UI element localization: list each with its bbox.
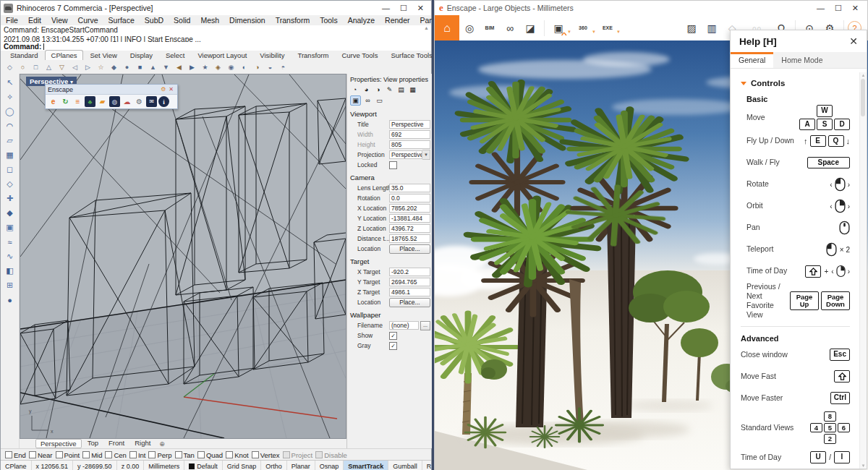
browse-button[interactable]: ... bbox=[420, 321, 430, 330]
palette-button-icon[interactable]: ≡ bbox=[72, 96, 83, 107]
viewport-tab[interactable]: Perspective bbox=[35, 439, 82, 448]
osnap-toggle[interactable]: Vertex bbox=[252, 451, 280, 459]
tool-icon[interactable]: ≈ bbox=[2, 235, 18, 249]
palette-button-icon[interactable]: i bbox=[158, 96, 169, 107]
properties-tab-icon[interactable]: ◑ bbox=[373, 85, 383, 94]
properties-tab-icon[interactable]: ◔ bbox=[350, 85, 359, 94]
properties-tab-icon[interactable]: ◕ bbox=[362, 85, 371, 94]
toolbar-icon[interactable]: ▽ bbox=[56, 61, 68, 73]
camera-place-button[interactable]: Place... bbox=[389, 244, 430, 254]
status-item[interactable]: Ortho bbox=[261, 461, 287, 470]
locked-checkbox[interactable] bbox=[389, 161, 397, 169]
toolbar-tab[interactable]: Select bbox=[159, 50, 191, 60]
toolbar-icon[interactable]: ◒ bbox=[264, 61, 276, 73]
menu-item[interactable]: Dimension bbox=[224, 16, 271, 25]
toolbar-icon[interactable]: ■ bbox=[134, 61, 146, 73]
perspective-viewport[interactable]: x y Perspective ▾ Enscape ⚙ ✕ e↻≡♣▰◍☁⚙✉i bbox=[20, 74, 346, 439]
osnap-toggle[interactable]: Knot bbox=[226, 451, 249, 459]
toolbar-icon[interactable]: ▼ bbox=[160, 61, 172, 73]
wallpaper-icon[interactable]: ▭ bbox=[375, 96, 384, 105]
status-item[interactable]: z 0.00 bbox=[117, 461, 145, 470]
projection-select[interactable]: Perspective bbox=[389, 150, 422, 159]
menu-item[interactable]: Render bbox=[380, 16, 414, 25]
lens-icon[interactable]: ∞ bbox=[363, 96, 373, 105]
toolbar-icon[interactable]: ◉ bbox=[225, 61, 237, 73]
x-location-field[interactable]: 7856.202 bbox=[389, 204, 430, 213]
tool-icon[interactable]: ↖ bbox=[2, 76, 18, 90]
osnap-toggle[interactable]: Point bbox=[56, 451, 80, 459]
tool-icon[interactable]: ◧ bbox=[2, 264, 18, 278]
tool-icon[interactable]: ◆ bbox=[2, 206, 18, 220]
status-item[interactable]: y -28699.50 bbox=[73, 461, 117, 470]
viewport-width-field[interactable]: 692 bbox=[389, 130, 430, 139]
palette-button-icon[interactable]: e bbox=[48, 96, 59, 107]
menu-item[interactable]: Curve bbox=[73, 16, 103, 25]
minimize-icon[interactable]: — bbox=[382, 4, 390, 12]
viewport-tab[interactable]: Front bbox=[104, 439, 129, 448]
toolbar-icon[interactable]: ● bbox=[121, 61, 133, 73]
palette-button-icon[interactable]: ◍ bbox=[109, 96, 120, 107]
tab-home-mode[interactable]: Home Mode bbox=[773, 52, 830, 68]
view-properties-camera-icon[interactable]: ▣ bbox=[350, 95, 361, 106]
wallpaper-filename-field[interactable]: (none) bbox=[389, 321, 419, 330]
tool-icon[interactable]: ✚ bbox=[2, 192, 18, 205]
status-item[interactable]: Grid Snap bbox=[223, 461, 262, 470]
tool-icon[interactable]: ✧ bbox=[2, 90, 18, 104]
menu-item[interactable]: Transform bbox=[271, 16, 315, 25]
toolbar-tab[interactable]: Display bbox=[124, 50, 159, 60]
menu-item[interactable]: Tools bbox=[315, 16, 343, 25]
toolbar-icon[interactable]: ◐ bbox=[238, 61, 250, 73]
tool-icon[interactable]: ◻ bbox=[2, 163, 18, 176]
toolbar-icon[interactable]: ▷ bbox=[82, 61, 94, 73]
toolbar-icon[interactable]: ◇ bbox=[4, 61, 16, 73]
bim-information-icon[interactable]: BIM bbox=[480, 18, 500, 38]
standalone-export-icon[interactable]: EXE bbox=[597, 18, 618, 38]
status-item[interactable]: x 12056.51 bbox=[32, 461, 74, 470]
add-viewport-icon[interactable]: ⊕ bbox=[159, 440, 165, 448]
properties-tab-icon[interactable]: ▤ bbox=[396, 85, 406, 94]
status-item[interactable]: Planar bbox=[287, 461, 315, 470]
maximize-icon[interactable]: ☐ bbox=[835, 4, 842, 12]
toolbar-icon[interactable]: ▲ bbox=[147, 61, 159, 73]
palette-button-icon[interactable]: ▰ bbox=[97, 96, 108, 107]
tab-general[interactable]: General bbox=[731, 52, 773, 68]
toolbar-icon[interactable]: ★ bbox=[199, 61, 211, 73]
menu-item[interactable]: SubD bbox=[140, 16, 169, 25]
status-item[interactable]: SmartTrack bbox=[344, 461, 388, 470]
menu-item[interactable]: View bbox=[46, 16, 73, 25]
z-target-field[interactable]: 4986.1 bbox=[389, 288, 430, 296]
tool-icon[interactable]: ◇ bbox=[2, 177, 18, 191]
tool-icon[interactable]: ● bbox=[2, 293, 18, 307]
lens-length-field[interactable]: 35.0 bbox=[389, 184, 430, 192]
palette-button-icon[interactable]: ⚙ bbox=[134, 96, 145, 107]
toolbar-icon[interactable]: ◆ bbox=[108, 61, 120, 73]
viewport-height-field[interactable]: 805 bbox=[389, 140, 430, 149]
tool-icon[interactable]: ◯ bbox=[2, 105, 18, 119]
home-icon[interactable]: ⌂ bbox=[435, 15, 459, 40]
z-location-field[interactable]: 4396.72 bbox=[389, 224, 430, 233]
osnap-toggle[interactable]: Project bbox=[283, 451, 313, 459]
toolbar-icon[interactable]: ◓ bbox=[277, 61, 289, 73]
menu-item[interactable]: File bbox=[1, 16, 23, 25]
properties-tab-icon[interactable]: ✎ bbox=[385, 85, 394, 94]
chevron-down-icon[interactable]: ▼ bbox=[422, 150, 430, 160]
toolbar-icon[interactable]: ◈ bbox=[212, 61, 224, 73]
osnap-toggle[interactable]: Quad bbox=[197, 451, 223, 459]
viewport-title-field[interactable]: Perspective bbox=[389, 120, 430, 129]
tool-icon[interactable]: ◠ bbox=[2, 119, 18, 133]
tool-icon[interactable]: ▱ bbox=[2, 134, 18, 148]
menu-item[interactable]: Analyze bbox=[343, 16, 380, 25]
osnap-toggle[interactable]: Tan bbox=[175, 451, 195, 459]
palette-button-icon[interactable]: ✉ bbox=[146, 96, 157, 107]
distance-field[interactable]: 18765.52 bbox=[389, 234, 430, 243]
show-checkbox[interactable]: ✓ bbox=[389, 332, 397, 340]
status-item[interactable]: Default bbox=[184, 461, 223, 470]
osnap-toggle[interactable]: Perp bbox=[148, 451, 171, 459]
panorama-360-icon[interactable]: 360 bbox=[573, 18, 593, 38]
osnap-toggle[interactable]: End bbox=[5, 451, 26, 459]
tool-icon[interactable]: ∿ bbox=[2, 249, 18, 263]
menu-item[interactable]: Surface bbox=[103, 16, 140, 25]
menu-item[interactable]: Solid bbox=[169, 16, 195, 25]
toolbar-tab[interactable]: Curve Tools bbox=[335, 50, 384, 60]
toolbar-tab[interactable]: Standard bbox=[4, 50, 45, 60]
